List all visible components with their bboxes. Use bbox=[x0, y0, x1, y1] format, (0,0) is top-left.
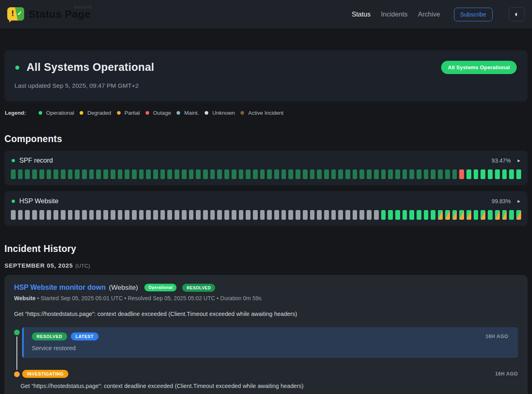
uptime-bar[interactable] bbox=[495, 169, 500, 179]
uptime-bar[interactable] bbox=[47, 169, 51, 179]
uptime-bar[interactable] bbox=[189, 210, 194, 220]
uptime-bar[interactable] bbox=[324, 210, 329, 220]
uptime-bar[interactable] bbox=[68, 169, 73, 179]
uptime-bar[interactable] bbox=[353, 210, 357, 220]
uptime-bar[interactable] bbox=[267, 210, 272, 220]
incident-title-link[interactable]: HSP Website monitor down bbox=[14, 283, 106, 292]
uptime-bar[interactable] bbox=[359, 210, 364, 220]
uptime-bar[interactable] bbox=[403, 210, 407, 220]
uptime-bar[interactable] bbox=[11, 169, 16, 179]
uptime-bar[interactable] bbox=[502, 210, 507, 220]
uptime-bar[interactable] bbox=[267, 169, 272, 179]
uptime-bar[interactable] bbox=[146, 210, 151, 220]
uptime-bar[interactable] bbox=[224, 210, 229, 220]
uptime-bar[interactable] bbox=[417, 169, 421, 179]
uptime-bar[interactable] bbox=[359, 169, 364, 179]
uptime-bar[interactable] bbox=[203, 169, 208, 179]
uptime-bar[interactable] bbox=[146, 169, 151, 179]
uptime-bar[interactable] bbox=[132, 169, 137, 179]
nav-archive[interactable]: Archive bbox=[418, 10, 440, 18]
uptime-bar[interactable] bbox=[310, 210, 315, 220]
uptime-bar[interactable] bbox=[125, 210, 129, 220]
uptime-bar[interactable] bbox=[509, 210, 514, 220]
uptime-bar[interactable] bbox=[502, 169, 507, 179]
uptime-bar[interactable] bbox=[217, 169, 222, 179]
uptime-bar[interactable] bbox=[239, 210, 244, 220]
uptime-bar[interactable] bbox=[75, 169, 80, 179]
uptime-bar[interactable] bbox=[232, 210, 236, 220]
nav-status[interactable]: Status bbox=[352, 10, 371, 18]
uptime-bar[interactable] bbox=[331, 210, 336, 220]
uptime-bar[interactable] bbox=[459, 210, 464, 220]
uptime-bar[interactable] bbox=[175, 210, 179, 220]
uptime-bar[interactable] bbox=[167, 210, 172, 220]
uptime-bar[interactable] bbox=[153, 210, 158, 220]
uptime-bar[interactable] bbox=[353, 169, 357, 179]
uptime-bar[interactable] bbox=[303, 210, 308, 220]
uptime-bar[interactable] bbox=[53, 169, 58, 179]
uptime-bar[interactable] bbox=[466, 169, 471, 179]
uptime-bar[interactable] bbox=[260, 210, 265, 220]
uptime-bar[interactable] bbox=[167, 169, 172, 179]
uptime-bar[interactable] bbox=[132, 210, 137, 220]
uptime-bar[interactable] bbox=[388, 210, 393, 220]
uptime-bar[interactable] bbox=[125, 169, 129, 179]
uptime-bar[interactable] bbox=[32, 210, 37, 220]
uptime-bar[interactable] bbox=[25, 169, 30, 179]
uptime-bar[interactable] bbox=[367, 169, 372, 179]
uptime-bar[interactable] bbox=[111, 169, 115, 179]
uptime-bar[interactable] bbox=[175, 169, 179, 179]
uptime-bar[interactable] bbox=[324, 169, 329, 179]
uptime-bar[interactable] bbox=[182, 210, 187, 220]
uptime-bar[interactable] bbox=[516, 210, 521, 220]
uptime-bar[interactable] bbox=[296, 169, 300, 179]
uptime-bar[interactable] bbox=[260, 169, 265, 179]
uptime-bar[interactable] bbox=[445, 210, 450, 220]
uptime-bar[interactable] bbox=[89, 210, 94, 220]
uptime-bar[interactable] bbox=[509, 169, 514, 179]
uptime-bar[interactable] bbox=[118, 210, 123, 220]
uptime-bar[interactable] bbox=[160, 210, 165, 220]
uptime-bar[interactable] bbox=[103, 210, 108, 220]
uptime-bar[interactable] bbox=[274, 169, 279, 179]
uptime-bar[interactable] bbox=[75, 210, 80, 220]
uptime-bar[interactable] bbox=[424, 169, 429, 179]
uptime-bar[interactable] bbox=[317, 169, 322, 179]
uptime-bar[interactable] bbox=[253, 210, 258, 220]
uptime-bar[interactable] bbox=[53, 210, 58, 220]
uptime-bar[interactable] bbox=[281, 169, 286, 179]
uptime-bar[interactable] bbox=[153, 169, 158, 179]
theme-toggle-button[interactable]: ◐ bbox=[509, 7, 525, 21]
uptime-bar[interactable] bbox=[96, 210, 101, 220]
uptime-bar[interactable] bbox=[403, 169, 407, 179]
uptime-bar[interactable] bbox=[210, 210, 215, 220]
uptime-bar[interactable] bbox=[481, 169, 485, 179]
uptime-bar[interactable] bbox=[338, 169, 343, 179]
uptime-bar[interactable] bbox=[196, 210, 201, 220]
uptime-bar[interactable] bbox=[47, 210, 51, 220]
uptime-bar[interactable] bbox=[310, 169, 315, 179]
uptime-bar[interactable] bbox=[481, 210, 485, 220]
uptime-bar[interactable] bbox=[495, 210, 500, 220]
uptime-bar[interactable] bbox=[61, 210, 66, 220]
uptime-bar[interactable] bbox=[466, 210, 471, 220]
uptime-bar[interactable] bbox=[18, 210, 23, 220]
uptime-bar[interactable] bbox=[189, 169, 194, 179]
uptime-bar[interactable] bbox=[82, 210, 87, 220]
uptime-bar[interactable] bbox=[160, 169, 165, 179]
uptime-bar[interactable] bbox=[474, 169, 479, 179]
uptime-bar[interactable] bbox=[217, 210, 222, 220]
uptime-bar[interactable] bbox=[82, 169, 87, 179]
uptime-bar[interactable] bbox=[331, 169, 336, 179]
uptime-bar[interactable] bbox=[96, 169, 101, 179]
uptime-bar[interactable] bbox=[25, 210, 30, 220]
uptime-bar[interactable] bbox=[459, 169, 464, 179]
expand-arrow-icon[interactable]: ▶ bbox=[518, 199, 520, 203]
uptime-bar[interactable] bbox=[296, 210, 300, 220]
uptime-bar[interactable] bbox=[345, 210, 350, 220]
uptime-bar[interactable] bbox=[388, 169, 393, 179]
uptime-bar[interactable] bbox=[11, 210, 16, 220]
uptime-bar[interactable] bbox=[488, 210, 493, 220]
uptime-bar[interactable] bbox=[367, 210, 372, 220]
uptime-bar[interactable] bbox=[395, 169, 400, 179]
